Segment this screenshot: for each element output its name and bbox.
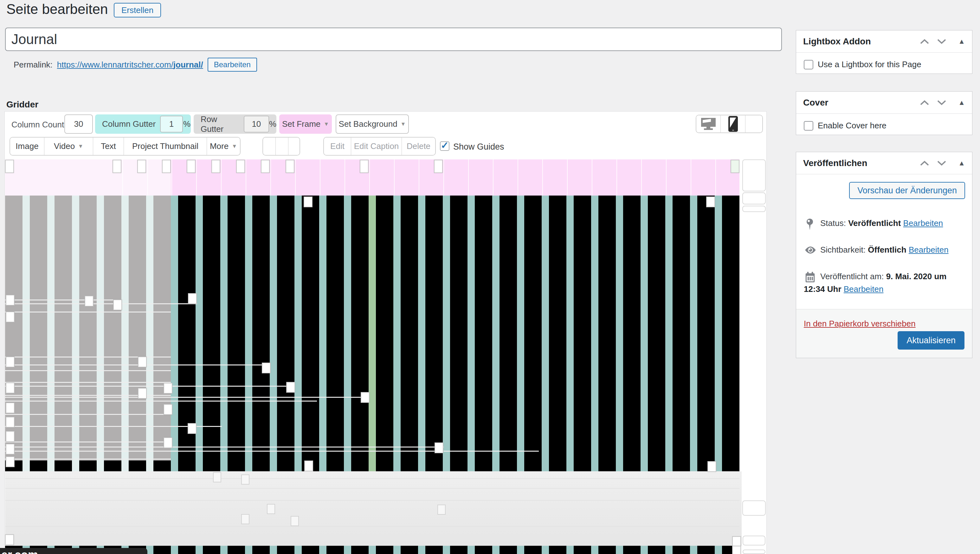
mobile-preview-button[interactable] <box>721 115 745 132</box>
spacer-button[interactable] <box>288 138 299 155</box>
drag-handle[interactable] <box>6 456 14 467</box>
move-up-icon[interactable] <box>920 160 930 166</box>
drag-handle[interactable] <box>164 437 172 448</box>
move-up-icon[interactable] <box>920 100 930 106</box>
lightbox-checkbox[interactable] <box>804 60 813 69</box>
drag-handle[interactable] <box>187 160 196 173</box>
empty-cell-box[interactable] <box>743 549 765 554</box>
drag-handle[interactable] <box>138 357 147 367</box>
panel-header[interactable]: Lightbox Addon ▲ <box>796 30 972 53</box>
drag-handle[interactable] <box>261 160 270 173</box>
insert-project-thumbnail-button[interactable]: Project Thumbnail <box>124 138 207 155</box>
drag-handle[interactable] <box>732 536 741 547</box>
drag-handle[interactable] <box>6 444 14 454</box>
drag-handle[interactable] <box>162 160 171 173</box>
edit-published-date-link[interactable]: Bearbeiten <box>844 284 884 294</box>
drag-handle[interactable] <box>708 461 716 472</box>
drag-handle[interactable] <box>434 160 443 173</box>
grid-lower-canvas[interactable] <box>5 471 741 546</box>
drag-handle[interactable] <box>6 417 14 428</box>
drag-handle[interactable] <box>6 403 14 413</box>
set-background-dropdown[interactable]: Set Background ▼ <box>336 115 409 134</box>
create-page-button[interactable]: Erstellen <box>114 3 161 18</box>
drag-handle[interactable] <box>304 460 313 471</box>
column-count-input[interactable] <box>64 115 93 134</box>
post-title-input[interactable] <box>5 27 782 51</box>
drag-handle[interactable] <box>113 299 122 310</box>
desktop-preview-button[interactable] <box>696 115 721 132</box>
drag-handle[interactable] <box>6 312 14 322</box>
update-button[interactable]: Aktualisieren <box>897 331 964 350</box>
move-down-icon[interactable] <box>937 38 947 45</box>
grid-row-frame-pink[interactable] <box>171 159 740 196</box>
move-down-icon[interactable] <box>937 160 947 166</box>
edit-caption-button[interactable]: Edit Caption <box>351 138 402 155</box>
drag-handle[interactable] <box>138 388 147 399</box>
drag-handle[interactable] <box>6 382 14 393</box>
drag-handle[interactable] <box>434 443 444 453</box>
grid-columns-gray[interactable] <box>5 196 171 460</box>
drag-handle[interactable] <box>262 363 270 373</box>
empty-cell-box[interactable] <box>742 500 766 516</box>
spacer-button[interactable] <box>263 138 276 155</box>
edit-status-link[interactable]: Bearbeiten <box>903 218 943 228</box>
drag-handle[interactable] <box>164 383 172 394</box>
panel-header[interactable]: Veröffentlichen ▲ <box>796 152 972 174</box>
drag-handle[interactable] <box>732 546 741 554</box>
empty-cell-box[interactable] <box>742 193 766 204</box>
frame-separator <box>123 159 123 196</box>
show-guides-label[interactable]: Show Guides <box>453 142 504 152</box>
drag-handle[interactable] <box>212 160 220 173</box>
collapse-toggle-icon[interactable]: ▲ <box>958 37 965 46</box>
edit-permalink-button[interactable]: Bearbeiten <box>208 58 257 72</box>
move-to-trash-link[interactable]: In den Papierkorb verschieben <box>804 319 916 328</box>
empty-cell-box[interactable] <box>742 159 766 191</box>
drag-handle[interactable] <box>304 196 312 207</box>
drag-handle[interactable] <box>113 160 121 173</box>
empty-cell-box[interactable] <box>743 536 765 546</box>
grid-bottom-strip-left[interactable] <box>5 460 171 471</box>
permalink-link[interactable]: https://www.lennartritscher.com/journal/ <box>57 60 203 70</box>
row-gutter-input[interactable] <box>244 116 269 132</box>
delete-button[interactable]: Delete <box>402 138 435 155</box>
drag-handle[interactable] <box>6 357 14 367</box>
lightbox-checkbox-label[interactable]: Use a Lightbox for this Page <box>818 60 921 69</box>
edit-button[interactable]: Edit <box>324 138 351 155</box>
edit-visibility-link[interactable]: Bearbeiten <box>909 245 949 255</box>
drag-handle[interactable] <box>286 160 294 173</box>
spacer-button[interactable] <box>276 138 288 155</box>
set-frame-dropdown[interactable]: Set Frame ▼ <box>279 115 332 134</box>
insert-video-button[interactable]: Video▼ <box>45 138 93 155</box>
drag-handle[interactable] <box>360 160 369 173</box>
insert-text-button[interactable]: Text <box>93 138 124 155</box>
preview-changes-button[interactable]: Vorschau der Änderungen <box>849 182 965 199</box>
drag-handle[interactable] <box>188 293 197 304</box>
insert-image-button[interactable]: Image <box>10 138 45 155</box>
drag-handle[interactable] <box>706 196 715 207</box>
drag-handle[interactable] <box>730 160 740 173</box>
drag-handle[interactable] <box>6 295 14 306</box>
drag-handle[interactable] <box>188 423 197 434</box>
collapse-toggle-icon[interactable]: ▲ <box>958 99 965 107</box>
grid-columns-black[interactable] <box>171 196 740 471</box>
drag-handle[interactable] <box>236 160 245 173</box>
drag-handle[interactable] <box>5 534 14 545</box>
empty-preview-button[interactable] <box>745 115 762 132</box>
drag-handle[interactable] <box>84 296 94 306</box>
drag-handle[interactable] <box>361 392 369 403</box>
move-down-icon[interactable] <box>937 100 947 106</box>
move-up-icon[interactable] <box>920 38 930 45</box>
drag-handle[interactable] <box>6 431 14 442</box>
column-gutter-input[interactable] <box>160 116 183 132</box>
cover-checkbox-label[interactable]: Enable Cover here <box>818 121 886 131</box>
drag-handle[interactable] <box>5 160 14 173</box>
cover-checkbox[interactable] <box>804 121 813 131</box>
drag-handle[interactable] <box>164 404 172 415</box>
empty-cell-box[interactable] <box>742 206 766 212</box>
show-guides-checkbox[interactable]: ✓ <box>440 141 449 151</box>
drag-handle[interactable] <box>137 160 146 173</box>
collapse-toggle-icon[interactable]: ▲ <box>958 159 965 167</box>
drag-handle[interactable] <box>286 382 295 393</box>
panel-header[interactable]: Cover ▲ <box>796 92 972 114</box>
insert-more-button[interactable]: More▼ <box>207 138 240 155</box>
